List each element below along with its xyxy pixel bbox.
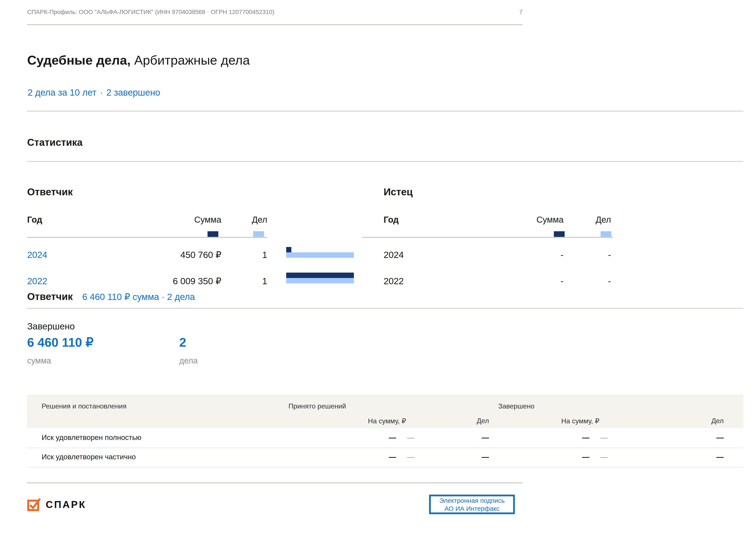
accepted-sum-note-dash: — <box>407 453 415 460</box>
cases-count-link[interactable]: 2 дела за 10 лет <box>28 88 96 98</box>
spark-logo: СПАРК <box>27 497 86 512</box>
plaintiff-sum-legend-swatch <box>554 231 565 237</box>
completed-sum-dash: — <box>582 453 589 460</box>
page-number: 7 <box>519 9 523 15</box>
sum-bar-2022 <box>286 273 354 278</box>
completed-sum-caption: сумма <box>27 356 51 366</box>
completed-cases-header: Дел <box>712 417 724 425</box>
completed-cases-dash: — <box>716 453 724 460</box>
section-divider <box>27 111 743 112</box>
plaintiff-sum-2024: - <box>560 250 564 260</box>
plaintiff-cases-legend-swatch <box>601 231 611 237</box>
completed-cases-dash: — <box>716 434 724 441</box>
completed-sum-cell: — — <box>582 428 608 446</box>
decisions-table: Решения и постановления Принято решений … <box>27 394 743 467</box>
accepted-cases-dash: — <box>482 453 489 460</box>
summary-divider <box>27 308 743 309</box>
sum-bar-2024 <box>286 247 291 252</box>
plaintiff-col-year: Год <box>384 215 399 225</box>
document-header: СПАРК-Профиль: ООО "АЛЬФА-ЛОГИСТИК" (ИНН… <box>27 9 523 15</box>
cases-summary-links: 2 дела за 10 лет · 2 завершено <box>28 88 160 98</box>
statistics-heading: Статистика <box>27 137 83 148</box>
completed-sum-cell: — — <box>582 447 608 466</box>
plaintiff-col-sum: Сумма <box>536 215 564 225</box>
signature-line1: Электронная подпись <box>439 496 504 504</box>
defendant-cases-2024: 1 <box>262 250 267 260</box>
accepted-cases-cell: — <box>482 428 489 446</box>
plaintiff-heading: Истец <box>384 186 413 198</box>
cases-bar-2022 <box>286 278 354 283</box>
plaintiff-cases-2022: - <box>608 276 611 286</box>
defendant-year-2022-link[interactable]: 2022 <box>27 276 47 286</box>
decisions-row-full: Иск удовлетворен полностью — — — — — — <box>27 428 743 448</box>
electronic-signature-button[interactable]: Электронная подпись АО ИА Интерфакс <box>429 495 515 514</box>
report-page: СПАРК-Профиль: ООО "АЛЬФА-ЛОГИСТИК" (ИНН… <box>0 0 756 534</box>
completed-sum-note-dash: — <box>600 434 608 441</box>
dot-separator: · <box>100 88 103 98</box>
profile-line: СПАРК-Профиль: ООО "АЛЬФА-ЛОГИСТИК" (ИНН… <box>27 9 274 15</box>
plaintiff-cases-2024: - <box>608 250 611 260</box>
defendant-col-year: Год <box>27 215 42 225</box>
decisions-group-completed: Завершено <box>498 402 534 410</box>
accepted-sum-cell: — — <box>389 428 415 446</box>
defendant-sum-legend-swatch <box>207 231 218 237</box>
header-divider <box>27 24 523 25</box>
accepted-cases-cell: — <box>482 447 489 466</box>
defendant-summary-label: Ответчик <box>27 291 73 302</box>
completed-sum-value: 6 460 110 ₽ <box>27 335 94 350</box>
accepted-sum-note-dash: — <box>407 434 415 441</box>
cases-bar-2024 <box>286 252 354 258</box>
defendant-year-2024-link[interactable]: 2024 <box>27 250 47 260</box>
statistics-divider <box>27 161 743 162</box>
defendant-cases-2022: 1 <box>262 276 267 286</box>
spark-checkbox-icon <box>27 497 41 512</box>
completed-cases-value: 2 <box>179 335 186 349</box>
completed-cases-cell: — <box>716 447 724 466</box>
completed-cases-cell: — <box>716 428 724 446</box>
plaintiff-year-2024: 2024 <box>384 250 404 260</box>
defendant-table-rule <box>27 237 267 238</box>
defendant-cases-legend-swatch <box>253 231 264 237</box>
defendant-sum-2022: 6 009 350 ₽ <box>173 276 221 286</box>
completed-cases-caption: дела <box>179 356 198 366</box>
accepted-cases-dash: — <box>482 434 489 441</box>
defendant-col-sum: Сумма <box>194 215 221 225</box>
completed-sum-dash: — <box>582 434 589 441</box>
decision-row-label: Иск удовлетворен частично <box>41 447 136 466</box>
plaintiff-col-cases: Дел <box>596 215 611 225</box>
decisions-row-partial: Иск удовлетворен частично — — — — — — <box>27 447 743 468</box>
defendant-heading: Ответчик <box>27 186 73 198</box>
completed-sum-note-dash: — <box>600 453 608 460</box>
plaintiff-year-2022: 2022 <box>384 276 404 286</box>
accepted-sum-header: На сумму, ₽ <box>368 417 406 425</box>
defendant-sum-2024: 450 760 ₽ <box>180 250 221 260</box>
decisions-group-accepted: Принято решений <box>288 402 346 410</box>
footer-divider <box>27 482 523 483</box>
bar-group-2022 <box>286 273 354 283</box>
accepted-cases-header: Дел <box>477 417 489 425</box>
defendant-summary: Ответчик 6 460 110 ₽ сумма · 2 дела <box>27 291 195 302</box>
accepted-sum-dash: — <box>389 453 396 460</box>
bar-group-2024 <box>286 247 354 258</box>
signature-line2: АО ИА Интерфакс <box>445 504 500 513</box>
completed-label: Завершено <box>27 321 75 332</box>
finished-count-link[interactable]: 2 завершено <box>106 88 160 98</box>
defendant-summary-link[interactable]: 6 460 110 ₽ сумма · 2 дела <box>82 292 195 302</box>
plaintiff-sum-2022: - <box>560 276 564 286</box>
decision-row-label: Иск удовлетворен полностью <box>41 428 141 446</box>
page-title-primary: Судебные дела, <box>27 53 131 67</box>
completed-sum-header: На сумму, ₽ <box>561 417 599 425</box>
defendant-col-cases: Дел <box>252 215 267 225</box>
accepted-sum-dash: — <box>389 434 396 441</box>
spark-logo-text: СПАРК <box>46 499 86 510</box>
plaintiff-table-rule <box>362 237 613 238</box>
accepted-sum-cell: — — <box>389 447 415 466</box>
decisions-col-label: Решения и постановления <box>41 402 126 410</box>
page-title: Судебные дела, Арбитражные дела <box>27 53 250 68</box>
page-title-secondary: Арбитражные дела <box>134 53 250 67</box>
